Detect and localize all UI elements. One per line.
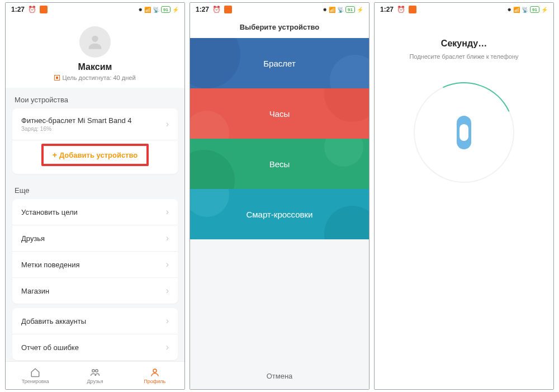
searching-title: Секунду… (375, 39, 553, 49)
status-time: 1:27 (380, 6, 394, 13)
chevron-right-icon: › (166, 259, 169, 270)
notification-icon (224, 6, 232, 13)
row-accounts[interactable]: Добавить аккаунты › (12, 308, 178, 334)
devices-card: Фитнес-браслет Mi Smart Band 4 Заряд: 16… (12, 108, 178, 174)
goal-icon (54, 75, 60, 81)
profile-header: Максим Цель достигнута: 40 дней (6, 16, 184, 88)
home-icon (30, 367, 40, 377)
signal-icon: 📶 (329, 7, 335, 13)
wifi-icon: 📡 (337, 7, 344, 13)
wifi-icon: 📡 (522, 7, 528, 13)
chevron-right-icon: › (166, 316, 169, 326)
row-behavior[interactable]: Метки поведения › (12, 252, 178, 278)
row-report[interactable]: Отчет об ошибке › (12, 334, 178, 360)
row-friends[interactable]: Друзья › (12, 225, 178, 252)
notification-icon (409, 6, 416, 13)
more-card-1: Установить цели › Друзья › Метки поведен… (12, 199, 178, 304)
screen-searching: 1:27 ⏰ ⁕ 📶 📡 91 ⚡ Секунду… Поднесите бра… (374, 2, 554, 390)
nav-training[interactable]: Тренировка (6, 362, 65, 389)
row-store[interactable]: Магазин › (12, 278, 178, 304)
friends-icon (90, 367, 100, 377)
searching-spinner (414, 82, 514, 183)
section-devices-title: Мои устройства (6, 88, 184, 108)
avatar[interactable] (79, 26, 111, 58)
svg-point-2 (96, 369, 98, 372)
device-row[interactable]: Фитнес-браслет Mi Smart Band 4 Заряд: 16… (12, 108, 178, 140)
battery-icon: 91 (161, 6, 170, 13)
svg-point-3 (153, 369, 157, 372)
plus-icon: + (53, 150, 57, 159)
status-bar: 1:27 ⏰ ⁕ 📶 📡 91 ⚡ (6, 3, 184, 16)
notification-icon (40, 6, 48, 13)
bluetooth-icon: ⁕ (323, 7, 327, 13)
alarm-icon: ⏰ (397, 6, 405, 13)
device-name: Фитнес-браслет Mi Smart Band 4 (21, 116, 132, 125)
band-icon (457, 116, 471, 149)
status-time: 1:27 (196, 6, 209, 13)
wifi-icon: 📡 (153, 7, 159, 13)
chevron-right-icon: › (166, 207, 169, 217)
screen-select-device: 1:27 ⏰ ⁕ 📶 📡 91 ⚡ Выберите устройство Бр… (190, 2, 369, 390)
charge-icon: ⚡ (172, 7, 179, 13)
tile-shoe[interactable]: Смарт-кроссовки (190, 189, 369, 239)
bluetooth-icon: ⁕ (507, 7, 511, 13)
goal-text: Цель достигнута: 40 дней (6, 74, 184, 81)
cancel-button[interactable]: Отмена (190, 363, 369, 389)
person-icon (86, 32, 105, 51)
battery-icon: 91 (530, 6, 539, 13)
svg-point-1 (92, 369, 95, 372)
status-bar: 1:27 ⏰ ⁕ 📶 📡 91 ⚡ (375, 3, 553, 16)
nav-profile[interactable]: Профиль (125, 362, 184, 389)
row-goals[interactable]: Установить цели › (12, 199, 178, 225)
username: Максим (6, 62, 184, 72)
nav-friends[interactable]: Друзья (65, 362, 125, 389)
chevron-right-icon: › (166, 119, 169, 129)
alarm-icon: ⏰ (212, 6, 221, 13)
tile-scale[interactable]: Весы (190, 139, 369, 189)
more-card-2: Добавить аккаунты › Отчет об ошибке › (12, 308, 178, 360)
select-device-title: Выберите устройство (190, 16, 369, 38)
tile-watch[interactable]: Часы (190, 88, 369, 139)
chevron-right-icon: › (166, 286, 169, 296)
svg-point-0 (92, 36, 98, 42)
charge-icon: ⚡ (541, 7, 548, 13)
add-device-button[interactable]: + Добавить устройство (41, 144, 149, 166)
device-charge: Заряд: 16% (21, 126, 132, 132)
section-more-title: Еще (6, 178, 184, 199)
chevron-right-icon: › (166, 233, 169, 243)
chevron-right-icon: › (166, 342, 169, 352)
status-time: 1:27 (11, 6, 25, 13)
bluetooth-icon: ⁕ (138, 7, 143, 13)
tile-bracelet[interactable]: Браслет (190, 38, 369, 88)
signal-icon: 📶 (144, 7, 151, 13)
status-bar: 1:27 ⏰ ⁕ 📶 📡 91 ⚡ (190, 3, 369, 16)
profile-icon (150, 367, 160, 377)
searching-subtitle: Поднесите браслет ближе к телефону (375, 53, 553, 60)
screen-profile: 1:27 ⏰ ⁕ 📶 📡 91 ⚡ Максим Цель достигнута… (5, 2, 185, 390)
signal-icon: 📶 (513, 7, 520, 13)
bottom-nav: Тренировка Друзья Профиль (6, 361, 184, 389)
alarm-icon: ⏰ (28, 6, 36, 13)
charge-icon: ⚡ (357, 7, 363, 13)
battery-icon: 91 (345, 6, 355, 13)
